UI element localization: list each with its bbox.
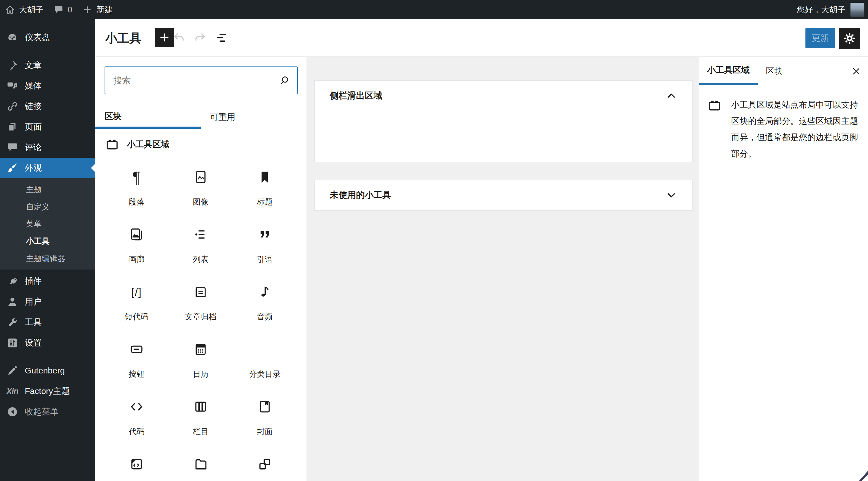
cover-icon <box>257 399 272 414</box>
update-button[interactable]: 更新 <box>805 28 835 49</box>
search-icon <box>278 74 290 87</box>
sidebar-item-posts[interactable]: 文章 <box>0 55 95 75</box>
user-greeting[interactable]: 您好，大胡子 <box>797 4 846 15</box>
block-item-audio[interactable]: 音频 <box>233 265 297 322</box>
wordpress-widgets-editor: 大胡子 0 新建 您好，大胡子 仪表盘文章媒体链接页面评论外观主题自定义菜单小工… <box>0 0 868 481</box>
settings-toggle-button[interactable] <box>839 28 860 49</box>
block-item-cover[interactable]: 封面 <box>233 380 297 437</box>
sidebar-item-media[interactable]: 媒体 <box>0 75 95 96</box>
admin-bar-site-menu[interactable]: 大胡子 <box>0 0 49 19</box>
sidebar-item-label: 仪表盘 <box>25 32 50 43</box>
block-item-html[interactable] <box>104 437 168 481</box>
undo-button[interactable] <box>172 30 187 46</box>
submenu-item-主题[interactable]: 主题 <box>0 181 95 198</box>
block-icon-wrap <box>257 168 272 186</box>
sidebar-item-plugins[interactable]: 插件 <box>0 271 95 292</box>
sidebar-item-gutenberg[interactable]: Gutenberg <box>0 360 95 381</box>
sidebar-item-settings[interactable]: 设置 <box>0 333 95 353</box>
inserter-tabs: 区块可重用 <box>95 106 306 129</box>
block-item-image[interactable]: 图像 <box>168 150 233 207</box>
admin-bar: 大胡子 0 新建 您好，大胡子 <box>0 0 868 19</box>
latest-posts-icon <box>257 456 272 472</box>
menu-gap <box>0 353 95 360</box>
submenu-item-菜单[interactable]: 菜单 <box>0 216 95 233</box>
page-title: 小工具 <box>105 30 142 46</box>
block-item-button[interactable]: 按钮 <box>104 322 168 380</box>
block-item-code[interactable]: 代码 <box>104 380 168 437</box>
gallery-icon <box>129 227 144 242</box>
block-item-folder[interactable] <box>168 437 233 481</box>
block-label: 段落 <box>129 197 145 207</box>
gear-icon <box>843 32 856 45</box>
list-icon <box>193 227 208 242</box>
comment-bubble-icon <box>54 5 63 14</box>
settings-header: 小工具区域区块 <box>699 57 868 85</box>
block-item-columns[interactable]: 栏目 <box>168 380 233 437</box>
sidebar-item-links[interactable]: 链接 <box>0 96 95 117</box>
inserter-tab-reusable[interactable]: 可重用 <box>201 106 306 129</box>
block-item-heading[interactable]: 标题 <box>233 150 297 207</box>
sidebar-item-appearance[interactable]: 外观 <box>0 158 95 178</box>
block-grid: ¶段落图像标题画廊列表”引语[/]短代码文章归档音频按钮日历分类目录代码栏目封面 <box>104 150 297 481</box>
block-item-latest-posts[interactable] <box>233 437 297 481</box>
sidebar-item-xin-factory[interactable]: XinFactory主题 <box>0 381 95 402</box>
submenu-item-主题编辑器[interactable]: 主题编辑器 <box>0 250 95 267</box>
widget-area-category-header: 小工具区域 <box>105 137 169 151</box>
block-icon-wrap: ¶ <box>132 168 141 186</box>
block-item-calendar[interactable]: 日历 <box>168 322 233 380</box>
block-item-categories[interactable]: 分类目录 <box>233 322 297 380</box>
settings-tab-widget-area[interactable]: 小工具区域 <box>699 57 758 85</box>
block-icon-wrap <box>193 397 208 416</box>
undo-icon <box>173 31 186 45</box>
avatar[interactable] <box>850 3 864 17</box>
sidebar-item-dashboard[interactable]: 仪表盘 <box>0 28 95 47</box>
collapse-menu-button[interactable]: 收起菜单 <box>0 402 95 422</box>
image-icon <box>193 169 208 185</box>
redo-button[interactable] <box>192 30 208 46</box>
category-label: 小工具区域 <box>127 139 169 150</box>
redo-icon <box>193 31 207 45</box>
settings-tab-block[interactable]: 区块 <box>758 57 791 85</box>
sidebar-item-tools[interactable]: 工具 <box>0 312 95 333</box>
widget-area-panel-0: 侧栏滑出区域 <box>314 81 693 162</box>
block-item-list[interactable]: 列表 <box>168 207 233 265</box>
quote-icon: ” <box>259 229 271 239</box>
block-item-quote[interactable]: ”引语 <box>233 207 297 265</box>
panel-title: 侧栏滑出区域 <box>330 90 382 102</box>
collapse-menu-label: 收起菜单 <box>25 406 59 418</box>
inserter-tab-blocks[interactable]: 区块 <box>95 106 201 129</box>
block-inserter-panel: 区块可重用 小工具区域 ¶段落图像标题画廊列表”引语[/]短代码文章归档音频按钮… <box>95 57 306 481</box>
admin-bar-new[interactable]: 新建 <box>78 0 118 19</box>
button-icon <box>129 342 144 357</box>
block-label: 封面 <box>257 426 273 437</box>
block-item-gallery[interactable]: 画廊 <box>104 207 168 265</box>
appearance-submenu: 主题自定义菜单小工具主题编辑器 <box>0 178 95 269</box>
audio-icon <box>257 284 272 299</box>
block-label: 画廊 <box>129 254 145 265</box>
submenu-item-小工具[interactable]: 小工具 <box>0 233 95 250</box>
block-icon-wrap <box>257 455 272 474</box>
sidebar-item-users[interactable]: 用户 <box>0 292 95 312</box>
sidebar-item-pages[interactable]: 页面 <box>0 117 95 137</box>
list-view-button[interactable] <box>214 30 229 46</box>
sidebar-item-label: 页面 <box>25 121 42 133</box>
block-icon-wrap <box>193 340 208 359</box>
editor-canvas: 侧栏滑出区域未使用的小工具 <box>306 57 699 481</box>
admin-bar-comments[interactable]: 0 <box>49 0 78 19</box>
block-item-archives[interactable]: 文章归档 <box>168 265 233 322</box>
wrench-icon <box>7 317 18 328</box>
panel-header-1[interactable]: 未使用的小工具 <box>315 180 692 210</box>
xin-icon: Xin <box>7 386 18 397</box>
sidebar-item-comments[interactable]: 评论 <box>0 137 95 158</box>
archives-icon <box>193 284 208 299</box>
panel-header-0[interactable]: 侧栏滑出区域 <box>315 81 692 111</box>
block-icon-wrap: ” <box>259 225 271 244</box>
close-icon <box>851 66 862 77</box>
close-settings-button[interactable] <box>849 64 864 79</box>
block-search-input[interactable] <box>105 75 278 86</box>
submenu-item-自定义[interactable]: 自定义 <box>0 198 95 216</box>
user-icon <box>7 296 18 308</box>
block-item-paragraph[interactable]: ¶段落 <box>104 150 168 207</box>
block-item-shortcode[interactable]: [/]短代码 <box>104 265 168 322</box>
editor-header: 小工具 更新 <box>95 19 868 57</box>
